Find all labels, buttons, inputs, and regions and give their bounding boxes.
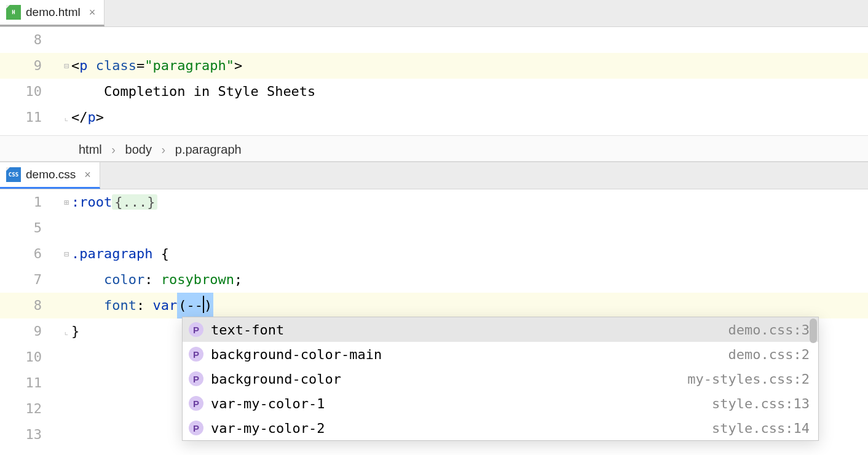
- css-file-icon: CSS: [6, 167, 21, 182]
- property-badge-icon: P: [189, 396, 203, 411]
- tab-bar-top: H demo.html ×: [0, 0, 868, 27]
- tab-label: demo.css: [26, 168, 76, 181]
- editor-html[interactable]: 8 9 10 11 ⊟ ⌞ <p class="paragraph"> Comp…: [0, 27, 868, 135]
- breadcrumb-seg[interactable]: p.paragraph: [175, 143, 242, 156]
- completion-location: style.css:14: [712, 421, 810, 436]
- editor-css[interactable]: 1 5 6 7 8 9 10 11 12 13 ⊞ ⊟ ⌞ :root{...}…: [0, 189, 868, 454]
- completion-item[interactable]: P var-my-color-2 style.css:14: [183, 416, 818, 440]
- property-badge-icon: P: [189, 421, 203, 435]
- code-html[interactable]: <p class="paragraph"> Completion in Styl…: [71, 27, 868, 130]
- completion-name: background-color-main: [211, 347, 721, 362]
- property-badge-icon: P: [189, 371, 203, 386]
- fold-column-css: ⊞ ⊟ ⌞: [61, 189, 71, 454]
- scrollbar[interactable]: [810, 318, 817, 343]
- completion-item[interactable]: P background-color-main demo.css:2: [183, 342, 818, 366]
- gutter-css: 1 5 6 7 8 9 10 11 12 13: [0, 189, 61, 454]
- tab-bar-bottom: CSS demo.css ×: [0, 162, 868, 189]
- breadcrumb-seg[interactable]: html: [79, 143, 102, 156]
- completion-item[interactable]: P text-font demo.css:3: [183, 317, 818, 342]
- completion-location: style.css:13: [712, 396, 810, 411]
- completion-name: background-color: [211, 371, 680, 387]
- chevron-right-icon: ›: [162, 143, 166, 156]
- breadcrumb[interactable]: html › body › p.paragraph: [0, 135, 868, 162]
- completion-item[interactable]: P var-my-color-1 style.css:13: [183, 391, 818, 416]
- property-badge-icon: P: [189, 347, 203, 362]
- completion-item[interactable]: P background-color my-styles.css:2: [183, 366, 818, 391]
- close-icon[interactable]: ×: [89, 6, 96, 19]
- completion-location: demo.css:2: [728, 347, 810, 362]
- chevron-right-icon: ›: [111, 143, 116, 156]
- completion-name: var-my-color-1: [211, 396, 704, 411]
- tab-demo-html[interactable]: H demo.html ×: [0, 0, 105, 26]
- completion-name: text-font: [211, 322, 721, 338]
- completion-location: demo.css:3: [728, 322, 810, 338]
- completion-name: var-my-color-2: [211, 421, 704, 436]
- tab-demo-css[interactable]: CSS demo.css ×: [0, 162, 100, 189]
- gutter-html: 8 9 10 11: [0, 27, 61, 135]
- completion-popup[interactable]: P text-font demo.css:3 P background-colo…: [182, 317, 819, 441]
- completion-location: my-styles.css:2: [687, 371, 810, 387]
- close-icon[interactable]: ×: [84, 168, 91, 181]
- breadcrumb-seg[interactable]: body: [125, 143, 152, 156]
- tab-label: demo.html: [26, 6, 81, 19]
- property-badge-icon: P: [189, 322, 203, 337]
- html-file-icon: H: [6, 5, 21, 20]
- fold-column-html: ⊟ ⌞: [61, 27, 71, 135]
